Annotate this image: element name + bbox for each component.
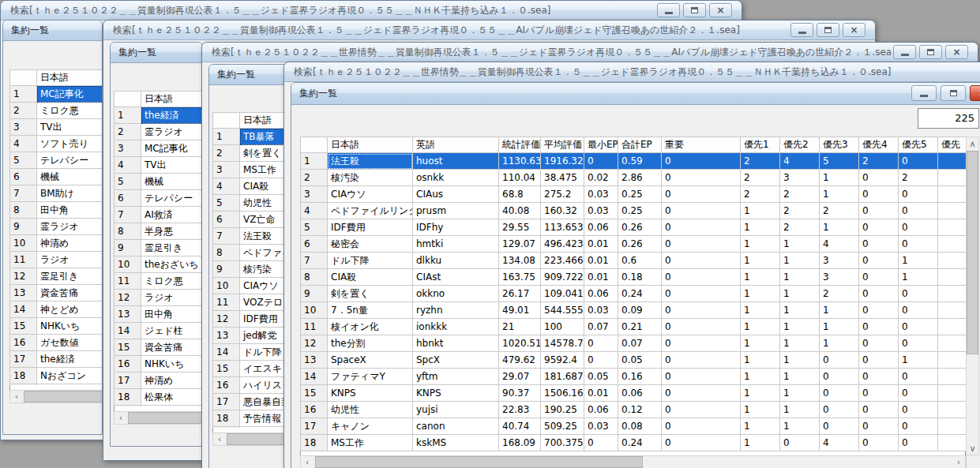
cell[interactable]: 0.26 <box>618 219 662 236</box>
table-row[interactable]: 5幼児性 <box>213 195 293 212</box>
table-row[interactable]: 13資金苦痛 <box>10 285 103 301</box>
scroll-up-icon[interactable]: ∧ <box>967 137 978 150</box>
cell[interactable]: 544.555 <box>541 302 584 319</box>
list-item[interactable]: テレパシー <box>141 190 204 207</box>
close-button[interactable]: × <box>709 3 732 17</box>
cell[interactable]: 0 <box>820 369 859 385</box>
cell[interactable]: 90.37 <box>499 385 541 402</box>
cell[interactable]: 0.07 <box>584 319 618 335</box>
cell[interactable]: 496.423 <box>541 236 584 253</box>
table-row[interactable]: 4TV出 <box>115 157 204 174</box>
cell[interactable]: 剣を置く <box>328 286 413 302</box>
table-row[interactable]: 17キャノンcanon40.74509.250.030.08011000 <box>301 418 967 435</box>
list-item[interactable]: Nおざコン <box>37 368 103 384</box>
restore-button[interactable] <box>919 45 942 59</box>
table-row[interactable]: 10CIAウソ <box>213 278 293 294</box>
cell[interactable]: 秘密会 <box>328 236 413 253</box>
title-bar[interactable]: 検索[ｔｈｅ２５１０２２＿＿世界情勢＿＿質量制御再現公表１．５＿＿ジェド霊界ラジ… <box>202 43 978 62</box>
cell[interactable]: 0.01 <box>584 269 618 286</box>
count-field[interactable]: 225 <box>918 108 979 129</box>
child-title-bar[interactable]: 集約一覧 <box>209 65 291 85</box>
cell[interactable]: 0 <box>584 153 618 170</box>
cell[interactable]: 0.03 <box>584 418 618 435</box>
table-row[interactable]: 6秘密会hmtki129.07496.4230.010.26011400 <box>301 236 967 253</box>
cell[interactable]: 0.25 <box>618 203 662 219</box>
cell[interactable] <box>938 335 967 352</box>
table-row[interactable]: 7ドル下降dlkku134.08223.4660.010.6011301 <box>301 253 967 269</box>
cell[interactable]: 1 <box>780 253 820 269</box>
cell[interactable]: 4 <box>780 153 820 170</box>
cell[interactable]: osnkk <box>413 170 499 186</box>
list-item[interactable]: 松果体 <box>141 389 204 406</box>
cell[interactable]: 0 <box>859 236 899 253</box>
cell[interactable] <box>938 402 967 418</box>
cell[interactable]: 0 <box>859 385 899 402</box>
cell[interactable]: 0 <box>859 319 899 335</box>
minimize-button[interactable] <box>911 85 937 101</box>
cell[interactable]: 0 <box>859 269 899 286</box>
cell[interactable]: 2.86 <box>618 170 662 186</box>
cell[interactable]: 223.466 <box>541 253 584 269</box>
cell[interactable]: 0 <box>899 286 938 302</box>
h-scrollbar[interactable]: ‹ <box>212 432 292 446</box>
cell[interactable]: 1 <box>780 286 820 302</box>
table-row[interactable]: 4ペドファイルリングとソーprusm40.08160.320.030.25012… <box>301 203 967 219</box>
cell[interactable]: 1 <box>741 286 780 302</box>
table-row[interactable]: 6VZ亡命 <box>213 212 293 228</box>
cell[interactable]: キャノン <box>328 418 413 435</box>
cell[interactable]: 0 <box>662 302 741 319</box>
cell[interactable]: 1 <box>820 319 859 335</box>
table-row[interactable]: 13田中角 <box>115 306 204 323</box>
cell[interactable]: 0 <box>662 435 741 451</box>
cell[interactable]: 14578.714 <box>541 335 584 352</box>
cell[interactable]: 0 <box>859 435 899 451</box>
close-button[interactable]: × <box>945 45 968 59</box>
cell[interactable]: 0.26 <box>618 236 662 253</box>
cell[interactable] <box>938 369 967 385</box>
column-header[interactable]: 日本語 <box>328 137 413 153</box>
cell[interactable]: 0.21 <box>618 319 662 335</box>
cell[interactable]: 1 <box>820 335 859 352</box>
table-row[interactable]: 3TV出 <box>10 119 103 136</box>
list-item[interactable]: theおざいち <box>141 256 204 273</box>
cell[interactable]: 113.653 <box>541 219 584 236</box>
cell[interactable]: 0.05 <box>584 369 618 385</box>
restore-button[interactable] <box>683 3 706 17</box>
column-header[interactable]: 優先 <box>938 137 967 153</box>
cell[interactable]: 0 <box>899 385 938 402</box>
cell[interactable]: kskMS <box>413 435 499 451</box>
cell[interactable]: 1 <box>780 418 820 435</box>
cell[interactable]: 40.74 <box>499 418 541 435</box>
cell[interactable] <box>938 385 967 402</box>
cell[interactable]: 0 <box>859 219 899 236</box>
list-item[interactable]: ソフト売り <box>37 136 103 152</box>
cell[interactable]: 0 <box>899 203 938 219</box>
cell[interactable]: 0.03 <box>584 302 618 319</box>
table-row[interactable]: 3MC記事化 <box>115 140 204 157</box>
table-row[interactable]: 2ミロク悪 <box>10 103 103 119</box>
cell[interactable]: 1 <box>741 352 780 369</box>
cell[interactable]: 0 <box>662 203 741 219</box>
cell[interactable] <box>938 286 967 302</box>
table-row[interactable]: 14ファティマYyftm29.07181.6870.050.16011000 <box>301 369 967 385</box>
cell[interactable]: 2 <box>741 186 780 203</box>
table-row[interactable]: 15資金苦痛 <box>115 339 204 356</box>
cell[interactable]: 0 <box>662 269 741 286</box>
table-row[interactable]: 3MS工作 <box>213 162 293 178</box>
cell[interactable]: 700.375 <box>541 435 584 451</box>
table-row[interactable]: 1the経済 <box>115 107 204 124</box>
list-item[interactable]: 機械 <box>141 174 204 190</box>
table-row[interactable]: 3CIAウソCIAus68.8275.20.030.25022100 <box>301 186 967 203</box>
table-row[interactable]: 18Nおざコン <box>10 368 103 384</box>
cell[interactable]: CIA殺 <box>328 269 413 286</box>
cell[interactable]: 2 <box>741 170 780 186</box>
minimize-button[interactable] <box>893 45 916 59</box>
cell[interactable]: 0.06 <box>584 286 618 302</box>
h-scrollbar[interactable]: ‹ <box>114 411 203 425</box>
cell[interactable]: 2 <box>820 286 859 302</box>
cell[interactable]: MS工作 <box>328 435 413 451</box>
list-item[interactable]: ガセ数値 <box>37 335 103 351</box>
cell[interactable]: 0 <box>662 286 741 302</box>
cell[interactable]: 0 <box>899 319 938 335</box>
list-item[interactable]: MC記事化 <box>37 86 103 103</box>
